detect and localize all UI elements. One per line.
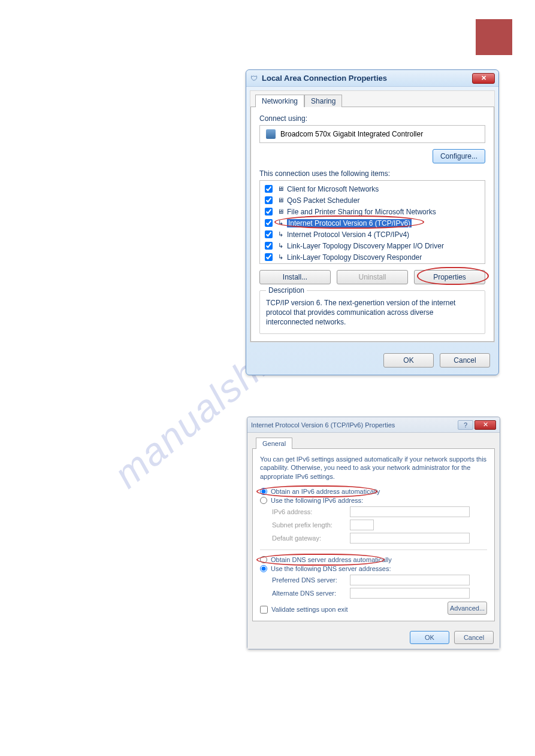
description-group: Description TCP/IP version 6. The next-g… [259,290,485,334]
dialog-footer: OK Cancel [247,626,500,649]
validate-label: Validate settings upon exit [271,606,348,613]
tab-general[interactable]: General [256,438,292,449]
item-checkbox[interactable] [265,242,273,250]
page-marker [476,19,512,55]
item-label: Client for Microsoft Networks [287,185,379,193]
validate-checkbox[interactable] [260,606,268,614]
item-checkbox[interactable] [265,230,273,238]
titlebar[interactable]: 🛡 Local Area Connection Properties ✕ [246,70,498,87]
field-prefix-length: Subnet prefix length: [272,520,487,530]
properties-button[interactable]: Properties [414,270,485,284]
list-item[interactable]: ↳ Link-Layer Topology Discovery Responde… [265,251,480,263]
radio-manual-dns[interactable]: Use the following DNS server addresses: [260,565,487,572]
list-item[interactable]: ↳ Link-Layer Topology Discovery Mapper I… [265,240,480,251]
adapter-name: Broadcom 570x Gigabit Integrated Control… [280,130,423,138]
list-item[interactable]: 🖥 Client for Microsoft Networks [265,183,480,195]
titlebar[interactable]: Internet Protocol Version 6 (TCP/IPv6) P… [247,417,500,433]
item-label: Internet Protocol Version 6 (TCP/IPv6) [287,219,412,227]
intro-text: You can get IPv6 settings assigned autom… [260,455,487,481]
list-item[interactable]: 🖥 QoS Packet Scheduler [265,195,480,206]
field-gateway: Default gateway: [272,533,487,544]
list-item[interactable]: 🖥 File and Printer Sharing for Microsoft… [265,206,480,217]
ok-button[interactable]: OK [383,353,434,368]
radio-auto-dns-label: Obtain DNS server address automatically [271,556,392,563]
divider [260,549,487,550]
shield-icon: 🛡 [250,74,258,83]
prefix-length-label: Subnet prefix length: [272,521,350,529]
ipv6-address-input[interactable] [350,506,470,517]
help-button[interactable]: ? [458,420,473,430]
tab-strip: General [252,438,495,449]
radio-manual-dns-label: Use the following DNS server addresses: [271,565,391,572]
gateway-input[interactable] [350,533,470,544]
item-label: QoS Packet Scheduler [287,196,359,205]
install-button[interactable]: Install... [259,270,331,284]
item-checkbox[interactable] [265,196,273,204]
configure-button[interactable]: Configure... [433,149,485,163]
ipv6-address-label: IPv6 address: [272,508,350,515]
dialog-title: Local Area Connection Properties [262,74,472,83]
lan-properties-dialog: 🛡 Local Area Connection Properties ✕ Net… [246,69,499,375]
ok-button[interactable]: OK [410,631,449,644]
items-listbox[interactable]: 🖥 Client for Microsoft Networks 🖥 QoS Pa… [259,180,485,264]
description-legend: Description [266,286,307,294]
radio-auto-dns-input[interactable] [260,556,267,563]
radio-auto-ip-input[interactable] [260,488,267,495]
item-label: Link-Layer Topology Discovery Mapper I/O… [287,242,444,250]
cancel-button[interactable]: Cancel [454,631,494,644]
protocol-icon: ↳ [276,230,285,239]
lltd-icon: ↳ [276,253,285,262]
radio-manual-dns-input[interactable] [260,565,267,572]
radio-auto-dns[interactable]: Obtain DNS server address automatically [260,556,487,563]
lltd-icon: ↳ [276,242,285,250]
tab-networking[interactable]: Networking [255,95,304,107]
item-label: Link-Layer Topology Discovery Responder [287,253,422,262]
item-checkbox[interactable] [265,208,273,215]
tab-strip: Networking Sharing [250,91,494,107]
advanced-button[interactable]: Advanced... [448,602,487,615]
description-text: TCP/IP version 6. The next-genertion ver… [266,298,479,327]
item-label: File and Printer Sharing for Microsoft N… [287,208,436,216]
dialog-footer: OK Cancel [246,346,498,375]
client-icon: 🖥 [276,185,285,193]
cancel-button[interactable]: Cancel [440,353,490,368]
fileshare-icon: 🖥 [276,208,285,216]
alternate-dns-input[interactable] [350,588,470,599]
radio-manual-ip-input[interactable] [260,497,267,504]
adapter-box[interactable]: Broadcom 570x Gigabit Integrated Control… [259,125,485,143]
general-tab-page: You can get IPv6 settings assigned autom… [252,448,495,621]
radio-manual-ip-label: Use the following IPv6 address: [271,497,363,504]
items-label: This connection uses the following items… [259,169,485,178]
uninstall-button[interactable]: Uninstall [337,270,408,284]
gateway-label: Default gateway: [272,535,350,542]
close-button[interactable]: ✕ [472,73,495,84]
preferred-dns-input[interactable] [350,575,470,585]
item-checkbox[interactable] [265,185,273,193]
list-item[interactable]: ↳ Internet Protocol Version 4 (TCP/IPv4) [265,229,480,240]
networking-tab-page: Connect using: Broadcom 570x Gigabit Int… [250,107,494,342]
alternate-dns-label: Alternate DNS server: [272,590,350,597]
radio-auto-ip[interactable]: Obtain an IPv6 address automatically [260,488,487,495]
prefix-length-input[interactable] [350,520,374,530]
radio-auto-ip-label: Obtain an IPv6 address automatically [271,488,380,495]
close-button[interactable]: ✕ [474,420,496,430]
ipv6-properties-dialog: Internet Protocol Version 6 (TCP/IPv6) P… [247,417,500,649]
field-preferred-dns: Preferred DNS server: [272,575,487,585]
protocol-icon: ↳ [276,219,285,227]
nic-icon [266,129,276,139]
connect-using-label: Connect using: [259,114,485,123]
qos-icon: 🖥 [276,196,285,205]
field-ipv6-address: IPv6 address: [272,506,487,517]
field-alternate-dns: Alternate DNS server: [272,588,487,599]
item-label: Internet Protocol Version 4 (TCP/IPv4) [287,230,409,239]
radio-manual-ip[interactable]: Use the following IPv6 address: [260,497,487,504]
item-checkbox[interactable] [265,219,273,227]
dialog-title: Internet Protocol Version 6 (TCP/IPv6) P… [251,421,457,429]
list-item-selected[interactable]: ↳ Internet Protocol Version 6 (TCP/IPv6) [265,217,480,229]
item-checkbox[interactable] [265,253,273,261]
tab-sharing[interactable]: Sharing [304,95,342,107]
preferred-dns-label: Preferred DNS server: [272,576,350,584]
